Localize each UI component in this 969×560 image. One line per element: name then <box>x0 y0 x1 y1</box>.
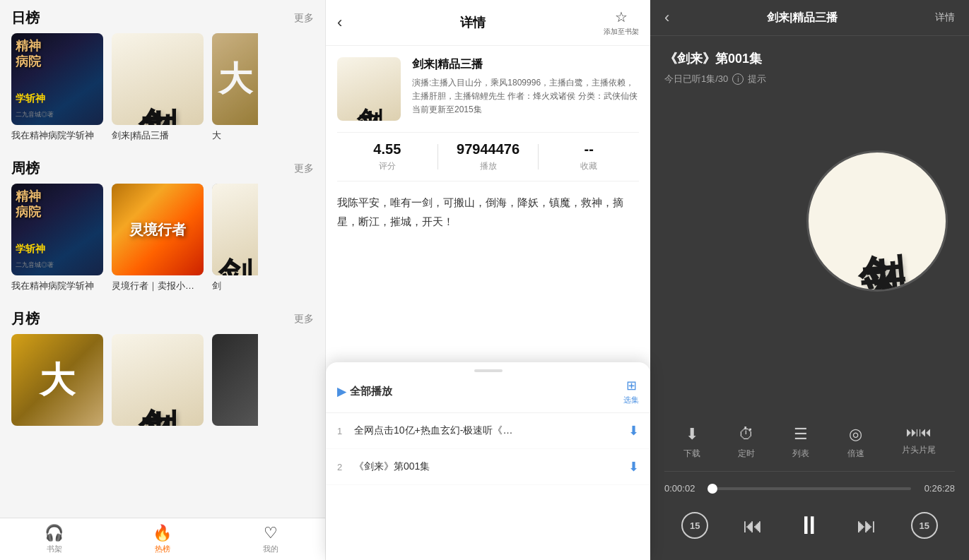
book-meta: 剑来|精品三播 演播:主播入目山分，乘风1809996，主播白鹭，主播依赖，主播… <box>412 57 639 121</box>
action-buttons: ⬇ 下载 ⏱ 定时 ☰ 列表 ◎ 倍速 ⏭⏮ 片头片尾 <box>664 417 955 472</box>
middle-panel: ‹ 详情 ☆ 添加至书架 剑来 剑来|精品三播 演播:主播入目山分，乘风1809… <box>325 0 650 560</box>
player-right: 剑来 <box>799 50 955 391</box>
monthly-section-header: 月榜 更多 <box>0 301 325 334</box>
bookmark-label: 添加至书架 <box>604 27 639 37</box>
weekly-cover-2[interactable] <box>112 184 204 275</box>
rating-value: 4.55 <box>373 141 401 157</box>
skip-icon: ⏭⏮ <box>906 425 932 440</box>
daily-cover-3[interactable]: 大 <box>212 33 258 125</box>
monthly-cover-1[interactable]: 大 <box>11 334 103 426</box>
monthly-more[interactable]: 更多 <box>294 313 314 326</box>
grid-icon: ⊞ <box>626 378 637 393</box>
player-header: ‹ 剑来|精品三播 详情 <box>650 0 969 36</box>
weekly-cover-3[interactable]: 剑 <box>212 184 258 275</box>
episode-item-1[interactable]: 1 全网点击10亿+热血玄幻-极速听《… ⬇ <box>326 413 650 449</box>
weekly-book-3[interactable]: 剑 剑 <box>212 184 258 292</box>
prev-button[interactable]: ⏮ <box>743 514 763 537</box>
timer-button[interactable]: ⏱ 定时 <box>738 425 755 460</box>
monthly-book-1[interactable]: 大 <box>11 334 103 426</box>
info-icon[interactable]: i <box>732 73 744 85</box>
popup-header: ▶ 全部播放 ⊞ 选集 <box>326 378 650 413</box>
download-button[interactable]: ⬇ 下载 <box>683 425 700 460</box>
play-all-button[interactable]: ▶ 全部播放 <box>337 385 392 398</box>
player-body: 《剑来》第001集 今日已听1集/30 i 提示 剑来 <box>650 36 969 405</box>
detail-header: ‹ 详情 ☆ 添加至书架 <box>326 0 650 46</box>
play-all-label: 全部播放 <box>350 385 392 398</box>
rating-label: 评分 <box>379 160 396 172</box>
popup-handle <box>474 369 503 372</box>
playlist-button[interactable]: ☰ 列表 <box>792 425 809 460</box>
prev-icon: ⏮ <box>743 514 763 537</box>
monthly-book-row: 大 剑来 <box>0 334 325 434</box>
nav-bookshelf[interactable]: 🎧 书架 <box>0 518 108 560</box>
weekly-book-title-1: 我在精神病院学斩神 <box>11 280 103 292</box>
rewind-15-button[interactable]: 15 <box>681 512 708 539</box>
stats-row: 4.55 评分 97944476 播放 -- 收藏 <box>337 132 639 181</box>
stat-favorites: -- 收藏 <box>539 141 639 172</box>
weekly-book-2[interactable]: 灵境行者｜卖报小… <box>112 184 204 292</box>
weekly-book-1[interactable]: 二九音城◎著 我在精神病院学斩神 <box>11 184 103 292</box>
monthly-book-2[interactable]: 剑来 <box>112 334 204 426</box>
cover-jingshen-1: 二九音城◎著 <box>11 33 103 125</box>
bookmark-area[interactable]: ☆ 添加至书架 <box>604 8 639 37</box>
download-icon-1[interactable]: ⬇ <box>628 423 639 439</box>
speed-icon: ◎ <box>849 425 862 443</box>
book-meta-desc: 演播:主播入目山分，乘风1809996，主播白鹭，主播依赖，主播肝胆，主播锦鲤先… <box>412 76 639 117</box>
timer-icon: ⏱ <box>739 425 754 443</box>
nav-hot[interactable]: 🔥 热榜 <box>108 518 216 560</box>
monthly-book-3[interactable] <box>212 334 258 426</box>
bookmark-icon[interactable]: ☆ <box>615 8 628 25</box>
daily-book-1[interactable]: 二九音城◎著 我在精神病院学斩神 <box>11 33 103 142</box>
daily-book-2[interactable]: 剑来 剑来|精品三播 <box>112 33 204 142</box>
daily-book-title-1: 我在精神病院学斩神 <box>11 129 103 142</box>
bookshelf-label: 书架 <box>47 544 62 554</box>
episode-title-2: 《剑来》第001集 <box>354 460 628 473</box>
daily-book-row: 二九音城◎著 我在精神病院学斩神 剑来 剑来|精品三播 大 大 <box>0 33 325 150</box>
monthly-title: 月榜 <box>11 309 40 328</box>
episode-item-2[interactable]: 2 《剑来》第001集 ⬇ <box>326 449 650 485</box>
episode-popup: ▶ 全部播放 ⊞ 选集 1 全网点击10亿+热血玄幻-极速听《… ⬇ 2 《剑来… <box>326 362 650 560</box>
skip-button[interactable]: ⏭⏮ 片头片尾 <box>902 425 936 460</box>
nav-mine[interactable]: ♡ 我的 <box>217 518 325 560</box>
monthly-cover-3[interactable] <box>212 334 258 426</box>
cover-jingshen-2: 二九音城◎著 <box>11 184 103 275</box>
weekly-more[interactable]: 更多 <box>294 162 314 175</box>
weekly-section-header: 周榜 更多 <box>0 150 325 184</box>
speed-button[interactable]: ◎ 倍速 <box>847 425 864 460</box>
player-back-button[interactable]: ‹ <box>664 8 669 27</box>
daily-book-3[interactable]: 大 大 <box>212 33 258 142</box>
player-left: 《剑来》第001集 今日已听1集/30 i 提示 <box>664 50 785 391</box>
monthly-cover-2[interactable]: 剑来 <box>112 334 204 426</box>
stat-plays: 97944476 播放 <box>438 141 539 172</box>
daily-cover-1[interactable]: 二九音城◎著 <box>11 33 103 125</box>
episode-list: 1 全网点击10亿+热血玄幻-极速听《… ⬇ 2 《剑来》第001集 ⬇ <box>326 413 650 560</box>
stat-rating: 4.55 评分 <box>337 141 437 172</box>
daily-more[interactable]: 更多 <box>294 12 314 25</box>
next-button[interactable]: ⏭ <box>857 514 876 537</box>
episode-title-1: 全网点击10亿+热血玄幻-极速听《… <box>354 424 628 437</box>
favorites-value: -- <box>585 141 594 157</box>
plays-label: 播放 <box>480 160 497 172</box>
episode-info: 《剑来》第001集 今日已听1集/30 i 提示 <box>664 50 785 85</box>
play-pause-button[interactable]: ⏸ <box>797 511 822 540</box>
daily-cover-2[interactable]: 剑来 <box>112 33 204 125</box>
detail-back-button[interactable]: ‹ <box>337 13 342 32</box>
weekly-cover-1[interactable]: 二九音城◎著 <box>11 184 103 275</box>
progress-thumb[interactable] <box>707 484 717 494</box>
progress-section: 0:00:02 0:26:28 <box>664 472 955 505</box>
daily-book-title-3: 大 <box>212 129 258 142</box>
favorites-label: 收藏 <box>580 160 597 172</box>
select-episodes-button[interactable]: ⊞ 选集 <box>623 378 639 405</box>
skip-label: 片头片尾 <box>902 444 936 456</box>
rewind-icon: 15 <box>690 520 700 531</box>
book-cover-middle[interactable]: 剑来 <box>337 57 401 121</box>
forward-15-button[interactable]: 15 <box>911 512 938 539</box>
player-detail-button[interactable]: 详情 <box>935 11 955 24</box>
book-synopsis: 我陈平安，唯有一剑，可搬山，倒海，降妖，镇魔，救神，摘星，断江，摧城，开天！ <box>326 181 650 242</box>
main-controls: 15 ⏮ ⏸ ⏭ 15 <box>664 505 955 549</box>
progress-bar[interactable] <box>708 487 911 490</box>
download-icon-2[interactable]: ⬇ <box>628 459 639 475</box>
play-all-icon: ▶ <box>337 385 346 398</box>
bookshelf-icon: 🎧 <box>45 524 64 542</box>
cover-jianlai-monthly: 剑来 <box>112 334 204 426</box>
